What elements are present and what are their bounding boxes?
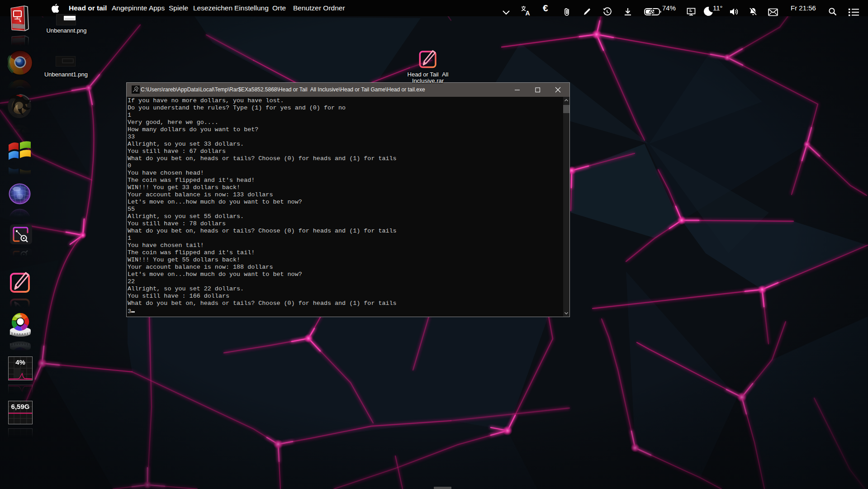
svg-text:6,59G: 6,59G — [11, 403, 30, 410]
svg-text:4%: 4% — [15, 358, 25, 366]
svg-text:A: A — [526, 9, 530, 17]
